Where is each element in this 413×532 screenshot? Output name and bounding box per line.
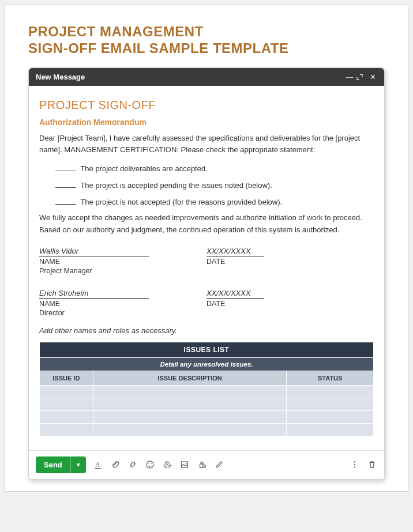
certification-options: The project deliverables are accepted. T…	[39, 164, 374, 206]
table-row	[40, 410, 374, 423]
col-status: STATUS	[287, 371, 374, 385]
window-title: New Message	[36, 73, 343, 81]
more-icon[interactable]	[350, 459, 360, 470]
blank-line	[55, 171, 76, 171]
signature-row-2: Erich Stroheim NAME Director XX/XX/XXXX …	[39, 289, 374, 317]
option-1-text: The project deliverables are accepted.	[80, 164, 207, 173]
title-line-1: PROJECT MANAGEMENT	[28, 24, 204, 39]
signature-date-block: XX/XX/XXXX DATE	[206, 289, 374, 317]
table-row	[40, 385, 374, 398]
cell	[287, 385, 374, 398]
option-2: The project is accepted pending the issu…	[55, 181, 374, 190]
image-icon[interactable]	[179, 459, 190, 470]
issues-table: ISSUES LIST Detail any unresolved issues…	[39, 342, 374, 436]
svg-point-3	[148, 463, 149, 465]
option-2-text: The project is accepted pending the issu…	[80, 181, 272, 190]
signature-date: XX/XX/XXXX	[206, 289, 264, 299]
svg-point-10	[354, 464, 355, 465]
cell	[40, 385, 93, 398]
send-options-dropdown[interactable]: ▼	[70, 456, 86, 473]
signature-date: XX/XX/XXXX	[206, 247, 264, 256]
trash-icon[interactable]	[367, 459, 377, 470]
table-row	[40, 398, 374, 410]
main-title: PROJECT MANAGEMENT SIGN-OFF EMAIL SAMPLE…	[28, 24, 385, 57]
page: PROJECT MANAGEMENT SIGN-OFF EMAIL SAMPLE…	[5, 5, 408, 492]
cell	[287, 410, 374, 423]
svg-point-4	[151, 463, 152, 465]
issues-subheader: Detail any unresolved issues.	[40, 357, 374, 371]
cell	[93, 398, 287, 410]
svg-point-9	[354, 462, 355, 463]
text-format-icon[interactable]: A	[93, 459, 103, 470]
date-label: DATE	[206, 258, 374, 266]
drive-icon[interactable]	[162, 459, 172, 470]
option-1: The project deliverables are accepted.	[55, 164, 374, 173]
signature-name-block: Erich Stroheim NAME Director	[39, 289, 206, 317]
minimize-button[interactable]: —	[345, 73, 354, 81]
emoji-icon[interactable]	[145, 459, 155, 470]
cell	[40, 410, 93, 423]
issues-header: ISSUES LIST	[40, 342, 374, 357]
cell	[287, 398, 374, 410]
attach-icon[interactable]	[110, 459, 121, 470]
compose-toolbar: Send ▼ A	[29, 450, 384, 479]
svg-point-2	[147, 461, 153, 468]
expand-button[interactable]	[356, 74, 366, 80]
col-issue-description: ISSUE DESCRIPTION	[93, 371, 287, 385]
email-body: PROJECT SIGN-OFF Authorization Memorandu…	[29, 86, 384, 442]
svg-rect-5	[181, 462, 187, 467]
close-button[interactable]: ✕	[368, 73, 377, 81]
doc-subtitle: Authorization Memorandum	[39, 118, 374, 127]
doc-title: PROJECT SIGN-OFF	[39, 99, 374, 112]
table-row	[40, 423, 374, 436]
col-issue-id: ISSUE ID	[40, 371, 93, 385]
cell	[93, 410, 287, 423]
email-window: New Message — ✕ PROJECT SIGN-OFF Authori…	[28, 67, 385, 480]
pen-icon[interactable]	[214, 459, 224, 470]
link-icon[interactable]	[127, 459, 138, 470]
cell	[40, 423, 93, 436]
svg-point-11	[354, 467, 355, 468]
cell	[93, 423, 287, 436]
signature-name: Wallis Vidor	[39, 247, 149, 256]
option-3-text: The project is not accepted (for the rea…	[80, 198, 282, 206]
signature-row-1: Wallis Vidor NAME Project Manager XX/XX/…	[39, 247, 374, 275]
title-line-2: SIGN-OFF EMAIL SAMPLE TEMPLATE	[28, 40, 288, 56]
name-label: NAME	[39, 300, 206, 308]
blank-line	[55, 204, 76, 205]
role-label: Project Manager	[39, 267, 206, 275]
add-names-note: Add other names and roles as necessary.	[39, 326, 374, 335]
send-button-label: Send	[36, 456, 70, 473]
send-button[interactable]: Send ▼	[36, 456, 86, 473]
window-titlebar: New Message — ✕	[29, 68, 384, 86]
signature-name-block: Wallis Vidor NAME Project Manager	[39, 247, 206, 275]
svg-text:A: A	[95, 461, 100, 469]
svg-point-6	[185, 463, 186, 464]
signature-name: Erich Stroheim	[39, 289, 149, 299]
authorization-paragraph: We fully accept the changes as needed im…	[39, 212, 374, 236]
intro-paragraph: Dear [Project Team], I have carefully as…	[39, 133, 374, 157]
cell	[287, 423, 374, 436]
blank-line	[55, 187, 76, 188]
confidential-icon[interactable]	[197, 459, 207, 470]
option-3: The project is not accepted (for the rea…	[55, 198, 374, 206]
cell	[40, 398, 93, 410]
name-label: NAME	[39, 258, 206, 266]
date-label: DATE	[206, 300, 374, 308]
cell	[93, 385, 287, 398]
role-label: Director	[39, 309, 206, 317]
signature-date-block: XX/XX/XXXX DATE	[206, 247, 374, 275]
